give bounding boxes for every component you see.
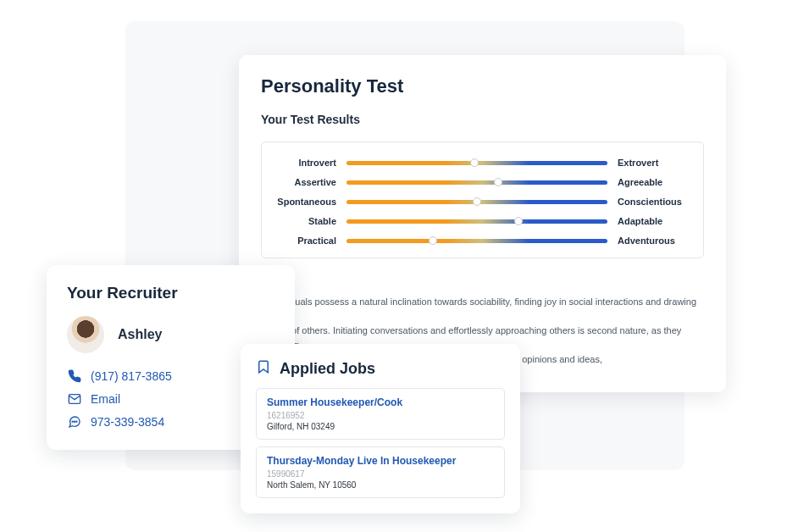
recruiter-phone-text: (917) 817-3865 (91, 369, 172, 383)
job-location: Gilford, NH 03249 (267, 422, 494, 431)
trait-marker[interactable] (514, 217, 523, 225)
applied-jobs-card: Applied Jobs Summer Housekeeper/Cook 162… (241, 344, 520, 513)
trait-left-label: Stable (277, 216, 346, 226)
bookmark-icon (256, 359, 271, 378)
trait-left-label: Assertive (277, 177, 346, 187)
trait-row: Assertive Agreeable (277, 177, 688, 187)
job-id: 16216952 (267, 411, 494, 420)
svg-point-2 (74, 421, 75, 422)
trait-left-label: Practical (277, 236, 346, 246)
trait-right-label: Extrovert (607, 158, 688, 168)
trait-marker[interactable] (494, 178, 502, 186)
results-subtitle: Your Test Results (261, 113, 704, 126)
svg-point-3 (76, 421, 77, 422)
recruiter-sms-text: 973-339-3854 (91, 415, 164, 429)
recruiter-title: Your Recruiter (67, 284, 274, 302)
job-item[interactable]: Summer Housekeeper/Cook 16216952 Gilford… (256, 388, 505, 440)
trait-row: Practical Adventurous (277, 236, 688, 246)
job-item[interactable]: Thursday-Monday Live In Housekeeper 1599… (256, 446, 505, 498)
trait-slider[interactable] (346, 180, 607, 185)
trait-row: Introvert Extrovert (277, 158, 688, 168)
result-heading-partial: ed (261, 274, 704, 286)
personality-test-card: Personality Test Your Test Results Intro… (239, 55, 726, 392)
job-location: North Salem, NY 10560 (267, 480, 494, 490)
avatar (67, 316, 104, 353)
trait-marker[interactable] (470, 158, 479, 167)
results-box: Introvert Extrovert Assertive Agreeable … (261, 141, 704, 258)
personality-title: Personality Test (261, 75, 704, 97)
chat-icon (67, 414, 82, 429)
recruiter-email-text: Email (91, 392, 120, 406)
trait-right-label: Agreeable (607, 177, 688, 187)
trait-slider[interactable] (346, 161, 607, 165)
applied-jobs-header: Applied Jobs (256, 359, 505, 378)
trait-right-label: Adventurous (607, 236, 688, 246)
job-id: 15990617 (267, 469, 494, 479)
applied-jobs-title: Applied Jobs (280, 360, 375, 378)
trait-row: Stable Adaptable (277, 216, 688, 226)
trait-slider[interactable] (346, 239, 607, 243)
job-title: Summer Housekeeper/Cook (267, 396, 494, 408)
recruiter-name: Ashley (118, 327, 162, 342)
trait-slider[interactable] (346, 200, 607, 204)
job-title: Thursday-Monday Live In Housekeeper (267, 455, 494, 467)
trait-marker[interactable] (429, 236, 437, 245)
trait-left-label: Introvert (277, 158, 346, 168)
svg-point-1 (72, 421, 73, 422)
trait-marker[interactable] (473, 197, 481, 206)
email-icon (67, 391, 82, 407)
trait-left-label: Spontaneous (277, 197, 346, 207)
trait-row: Spontaneous Conscientious (277, 197, 688, 207)
trait-right-label: Conscientious (607, 197, 688, 207)
trait-slider[interactable] (346, 219, 607, 224)
trait-right-label: Adaptable (607, 216, 688, 226)
phone-icon (67, 369, 82, 384)
